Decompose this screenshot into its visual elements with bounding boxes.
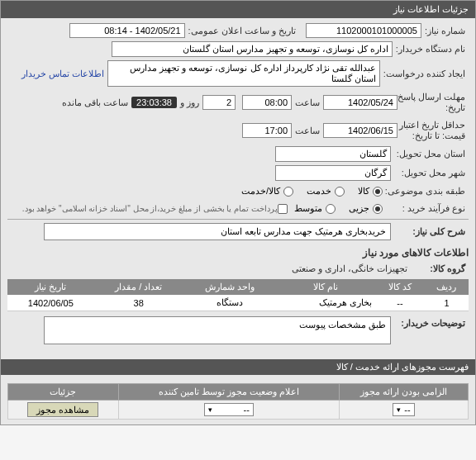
city-field: گرگان (275, 165, 391, 181)
permits-header: فهرست مجوزهای ارائه خدمت / کالا (1, 359, 475, 375)
process-note: پرداخت تمام یا بخشی از مبلغ خرید،از محل … (22, 204, 278, 213)
col-required: الزامی بودن ارائه مجوز (340, 384, 469, 401)
response-time-label: ساعت (292, 96, 323, 110)
process-label: نوع فرآیند خرید : (383, 202, 469, 216)
summary-field: خریدبخاری هرمتیک جهت مدارس تابعه استان (44, 223, 391, 240)
col-qty: تعداد / مقدار (94, 279, 183, 295)
quote-date-field: 1402/06/15 (323, 123, 397, 138)
category-both-option[interactable]: کالا/خدمت (241, 186, 293, 197)
response-date-field: 1402/05/24 (323, 95, 397, 110)
city-label: شهر محل تحویل: (391, 166, 469, 180)
permits-content: الزامی بودن ارائه مجوز اعلام وضعیت مجوز … (1, 375, 475, 424)
col-details: جزئیات (8, 384, 119, 401)
panel-title: جزئیات اطلاعات نیاز (393, 4, 469, 14)
permit-row: -- -- مشاهده مجوز (8, 401, 469, 420)
required-select[interactable]: -- (393, 403, 414, 416)
details-panel: جزئیات اطلاعات نیاز شماره نیاز: 11020001… (0, 0, 476, 425)
quote-valid-label: حداقل تاریخ اعتبار قیمت: تا تاریخ: (397, 118, 469, 143)
permits-table: الزامی بودن ارائه مجوز اعلام وضعیت مجوز … (7, 383, 469, 420)
panel-header: جزئیات اطلاعات نیاز (1, 1, 475, 18)
public-datetime-field: 1402/05/21 - 08:14 (69, 23, 185, 38)
province-field: گلستان (275, 146, 391, 162)
buyer-notes-label: توضیحات خریدار: (391, 316, 469, 330)
request-no-label: شماره نیاز: (421, 24, 469, 38)
radio-icon (373, 187, 383, 197)
contact-link[interactable]: اطلاعات تماس خریدار (18, 69, 107, 79)
col-row: ردیف (425, 279, 469, 295)
quote-time-field: 17:00 (242, 123, 292, 138)
radio-icon (326, 204, 336, 214)
buyer-notes-field: طبق مشخصات پیوست (44, 316, 391, 344)
process-medium-option[interactable]: متوسط (294, 203, 336, 214)
col-name: نام کالا (277, 279, 376, 295)
items-table: ردیف کد کالا نام کالا واحد شمارش تعداد /… (7, 279, 469, 311)
category-goods-option[interactable]: کالا (358, 186, 383, 197)
col-code: کد کالا (375, 279, 425, 295)
quote-time-label: ساعت (292, 124, 323, 138)
remaining-label: ساعت باقی مانده (59, 96, 131, 110)
col-status: اعلام وضعیت مجوز توسط تامین کننده (118, 384, 339, 401)
col-unit: واحد شمارش (183, 279, 277, 295)
summary-label: شرح کلی نیاز: (391, 225, 469, 239)
creator-label: ایجاد کننده درخواست: (380, 67, 469, 81)
treasury-checkbox[interactable] (278, 204, 288, 214)
view-permit-button[interactable]: مشاهده مجوز (27, 402, 98, 417)
response-time-field: 08:00 (242, 95, 292, 110)
status-select[interactable]: -- (204, 403, 254, 416)
buyer-org-field: اداره کل نوسازی، توسعه و تجهیز مدارس است… (112, 41, 393, 57)
days-left-field: 2 (202, 95, 236, 110)
col-date: تاریخ نیاز (7, 279, 94, 295)
goods-group-value: تجهیزات خانگی، اداری و صنعتی (288, 262, 411, 276)
public-datetime-label: تاریخ و ساعت اعلان عمومی: (185, 24, 299, 38)
goods-group-label: گروه کالا: (411, 262, 469, 276)
radio-icon (335, 187, 345, 197)
process-partial-option[interactable]: جزیی (349, 203, 383, 214)
table-row[interactable]: 1 -- بخاری هرمتیک دستگاه 38 1402/06/05 (7, 295, 469, 311)
radio-icon (373, 204, 383, 214)
category-label: طبقه بندی موضوعی: (383, 184, 469, 198)
category-service-option[interactable]: خدمت (307, 186, 345, 197)
buyer-org-label: نام دستگاه خریدار: (393, 42, 469, 56)
time-remaining-badge: 23:03:38 (131, 97, 177, 108)
days-label: روز و (177, 96, 202, 110)
creator-field: عبدالله تقی نژاد کارپرداز اداره کل نوساز… (107, 60, 380, 87)
response-deadline-label: مهلت ارسال پاسخ: تاریخ: (397, 90, 469, 115)
panel-content: شماره نیاز: 1102000101000005 تاریخ و ساع… (1, 18, 475, 353)
province-label: استان محل تحویل: (391, 147, 469, 161)
checkbox-icon (278, 204, 288, 214)
request-no-field: 1102000101000005 (306, 23, 421, 38)
goods-info-title: اطلاعات کالاهای مورد نیاز (7, 244, 469, 262)
radio-icon (283, 187, 293, 197)
